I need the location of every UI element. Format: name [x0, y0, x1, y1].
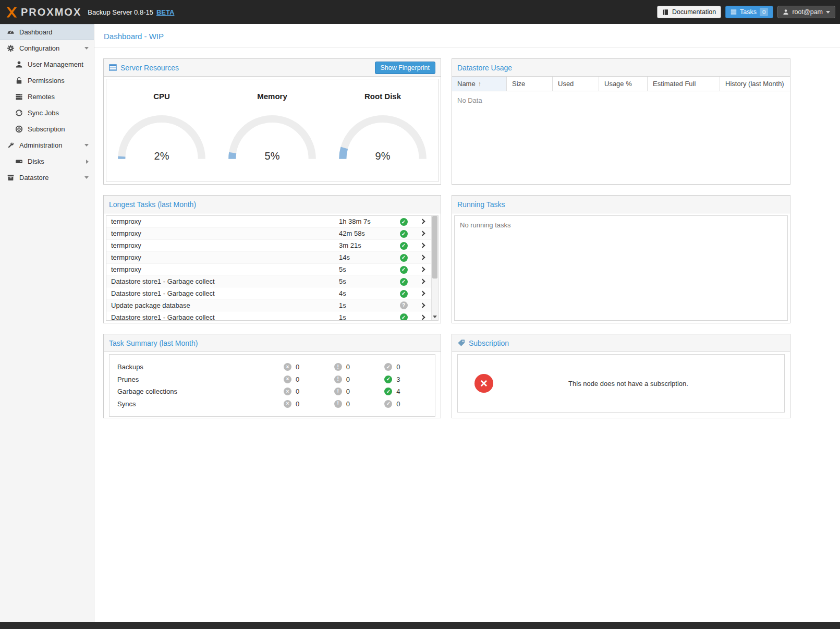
task-row[interactable]: Datastore store1 - Garbage collect 1s ✓	[106, 311, 431, 321]
scrollbar[interactable]	[431, 216, 438, 320]
ok-status-icon: ✓	[400, 218, 408, 226]
sidebar-item-remotes[interactable]: Remotes	[0, 89, 94, 105]
sidebar-item-subscription[interactable]: Subscription	[0, 121, 94, 137]
sidebar-item-label: Datastore	[19, 174, 48, 182]
ok-count-icon: ✓	[384, 363, 392, 371]
proxmox-logo: PROXMOX	[5, 6, 81, 19]
task-summary-header: Task Summary (last Month)	[104, 334, 441, 352]
topbar: PROXMOX Backup Server 0.8-15 BETA Docume…	[0, 0, 840, 24]
ok-status-icon: ✓	[400, 254, 408, 262]
longest-tasks-panel: Longest Tasks (last Month) termproxy 1h …	[103, 195, 441, 323]
chevron-right-icon[interactable]	[420, 279, 425, 284]
sidebar-item-sync-jobs[interactable]: Sync Jobs	[0, 105, 94, 121]
task-row[interactable]: termproxy 42m 58s ✓	[106, 228, 431, 240]
user-icon	[15, 61, 23, 69]
sidebar-item-disks[interactable]: Disks	[0, 153, 94, 170]
ok-status-icon: ✓	[400, 278, 408, 286]
empty-grid-text: No Data	[452, 91, 790, 110]
chevron-right-icon[interactable]	[420, 314, 425, 320]
server-resources-panel: Server Resources Show Fingerprint CPU 2%	[103, 58, 441, 185]
ok-count-icon: ✓	[384, 388, 392, 395]
documentation-label: Documentation	[672, 8, 716, 16]
ok-status-icon: ✓	[400, 313, 408, 321]
column-header-size[interactable]: Size	[507, 77, 553, 91]
column-header-used[interactable]: Used	[553, 77, 599, 91]
sidebar-item-label: Dashboard	[19, 28, 53, 36]
sync-icon	[15, 109, 23, 117]
column-header-usage-pct[interactable]: Usage %	[599, 77, 648, 91]
gears-icon	[6, 44, 15, 53]
version-text: Backup Server 0.8-15	[88, 8, 153, 16]
column-header-name[interactable]: Name↑	[452, 77, 507, 91]
sidebar-item-label: Permissions	[28, 77, 65, 84]
chevron-right-icon[interactable]	[420, 231, 425, 236]
warning-count-icon: !	[334, 363, 342, 371]
chevron-right-icon[interactable]	[420, 291, 425, 296]
chevron-right-icon[interactable]	[420, 303, 425, 308]
column-header-history[interactable]: History (last Month)	[720, 77, 790, 91]
task-list: termproxy 1h 38m 7s ✓ termproxy 42m 58s …	[106, 216, 431, 320]
sidebar-item-datastore[interactable]: Datastore	[0, 170, 94, 186]
summary-row-syncs: Syncs ×0 !0 ✓0	[109, 398, 435, 410]
chevron-right-icon[interactable]	[420, 219, 425, 224]
task-row[interactable]: termproxy 14s ✓	[106, 252, 431, 264]
main-content: Dashboard - WIP Server Resources Show Fi…	[94, 24, 840, 622]
running-tasks-panel: Running Tasks No running tasks	[452, 195, 790, 323]
task-row[interactable]: termproxy 5s ✓	[106, 264, 431, 276]
sidebar-item-administration[interactable]: Administration	[0, 137, 94, 153]
task-row[interactable]: Update package database 1s ?	[106, 299, 431, 311]
sidebar-item-dashboard[interactable]: Dashboard	[0, 24, 94, 40]
user-menu-button[interactable]: root@pam	[777, 6, 835, 18]
sidebar-item-label: Remotes	[28, 93, 55, 101]
grid-header-row: Name↑ Size Used Usage % Estimated Full H…	[452, 77, 790, 91]
documentation-button[interactable]: Documentation	[657, 6, 721, 18]
sidebar-item-configuration[interactable]: Configuration	[0, 40, 94, 56]
task-row[interactable]: Datastore store1 - Garbage collect 5s ✓	[106, 275, 431, 287]
running-tasks-empty-text: No running tasks	[454, 215, 788, 321]
gauge-label: CPU	[153, 92, 170, 101]
show-fingerprint-button[interactable]: Show Fingerprint	[375, 62, 436, 74]
page-title: Dashboard - WIP	[94, 24, 840, 48]
ticket-icon	[457, 339, 465, 347]
support-icon	[15, 125, 23, 134]
chevron-down-icon	[84, 144, 89, 147]
sidebar-item-label: Subscription	[28, 125, 65, 133]
datastore-usage-header: Datastore Usage	[452, 59, 790, 77]
bottom-bar	[0, 622, 840, 629]
sidebar-item-user-management[interactable]: User Management	[0, 56, 94, 72]
warning-count-icon: !	[334, 376, 342, 383]
task-row[interactable]: termproxy 1h 38m 7s ✓	[106, 216, 431, 228]
task-row[interactable]: termproxy 3m 21s ✓	[106, 240, 431, 252]
error-count-icon: ×	[284, 376, 291, 383]
chevron-right-icon[interactable]	[420, 267, 425, 272]
sidebar-item-permissions[interactable]: Permissions	[0, 72, 94, 89]
task-list-icon	[731, 9, 737, 15]
error-count-icon: ×	[284, 400, 291, 408]
task-summary-body: Backups ×0 !0 ✓0 Prunes ×0 !0 ✓3 Garbage…	[109, 354, 435, 417]
tasks-label: Tasks	[740, 8, 757, 16]
tachometer-icon	[6, 28, 15, 37]
panel-title: Datastore Usage	[457, 64, 512, 72]
ok-count-icon: ✓	[384, 400, 392, 408]
tasks-button[interactable]: Tasks 0	[725, 6, 773, 18]
sidebar-item-label: User Management	[28, 61, 83, 68]
column-header-estimated-full[interactable]: Estimated Full	[648, 77, 720, 91]
chevron-right-icon[interactable]	[420, 243, 425, 248]
chevron-right-icon[interactable]	[420, 255, 425, 260]
running-tasks-header: Running Tasks	[452, 196, 790, 213]
task-row[interactable]: Datastore store1 - Garbage collect 4s ✓	[106, 287, 431, 299]
ok-count-icon: ✓	[384, 376, 392, 383]
beta-link[interactable]: BETA	[156, 8, 174, 16]
chevron-down-icon	[826, 11, 830, 14]
panel-title: Task Summary (last Month)	[109, 339, 198, 347]
gauge-value: 5%	[225, 150, 319, 162]
gauge-value: 9%	[336, 150, 430, 162]
datastore-icon	[6, 174, 15, 182]
book-icon	[662, 9, 669, 16]
brand-wordmark: PROXMOX	[21, 6, 81, 18]
scrollbar-thumb[interactable]	[432, 216, 437, 279]
error-count-icon: ×	[284, 388, 291, 395]
sidebar-item-label: Configuration	[19, 44, 59, 52]
scrollbar-down-button[interactable]	[432, 313, 438, 320]
ok-status-icon: ✓	[400, 290, 408, 298]
